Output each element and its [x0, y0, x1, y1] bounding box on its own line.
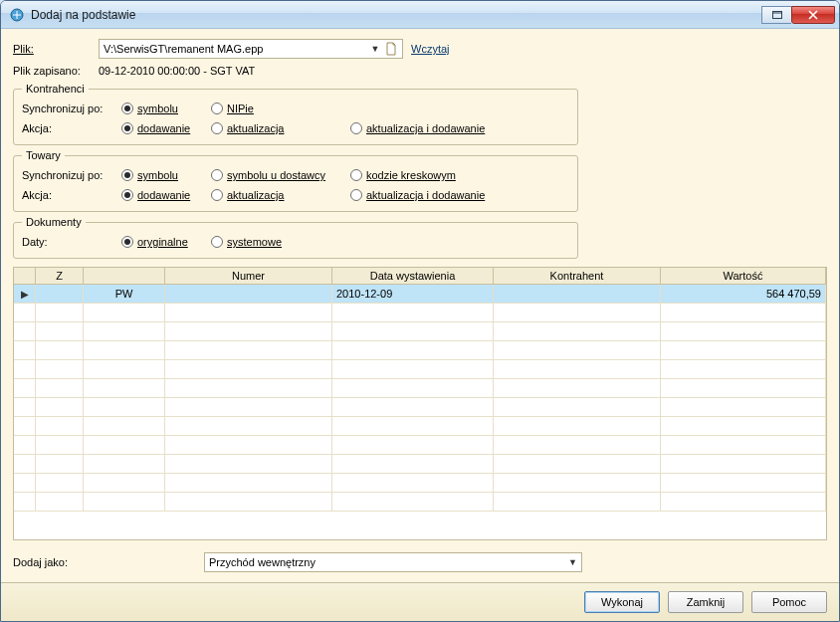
load-link[interactable]: Wczytaj [411, 43, 450, 55]
cell-z [36, 285, 84, 303]
grid-header-data[interactable]: Data wystawienia [332, 268, 494, 284]
close-button[interactable] [791, 6, 835, 24]
chevron-down-icon: ▼ [568, 557, 577, 567]
window-title: Dodaj na podstawie [31, 8, 761, 22]
wykonaj-button[interactable]: Wykonaj [584, 591, 660, 613]
table-row[interactable] [14, 304, 826, 322]
grid-header-typ[interactable] [84, 268, 165, 284]
maximize-button[interactable] [761, 6, 791, 24]
cell-numer [165, 285, 332, 303]
radio-tow-symbdost[interactable] [211, 169, 223, 181]
radio-tow-kodzie[interactable] [350, 169, 362, 181]
dodaj-jako-value: Przychód wewnętrzny [209, 556, 568, 568]
radio-kontr-aktidod[interactable] [350, 122, 362, 134]
radio-tow-aktidod[interactable] [350, 189, 362, 201]
group-towary: Towary Synchronizuj po: symbolu symbolu … [13, 149, 578, 212]
grid-header-z[interactable]: Z [36, 268, 84, 284]
kontrahenci-action-label: Akcja: [22, 122, 121, 134]
table-row[interactable] [14, 474, 826, 493]
dodaj-jako-label: Dodaj jako: [13, 556, 192, 568]
table-row[interactable] [14, 379, 826, 398]
table-row[interactable] [14, 360, 826, 379]
grid-header: Z Numer Data wystawienia Kontrahent Wart… [14, 268, 826, 285]
pomoc-button[interactable]: Pomoc [751, 591, 827, 613]
towary-action-label: Akcja: [22, 189, 121, 201]
table-row[interactable]: ▶ PW 2010-12-09 564 470,59 [14, 285, 826, 304]
radio-tow-aktualizacja[interactable] [211, 189, 223, 201]
file-saved-label: Plik zapisano: [13, 65, 91, 77]
radio-kontr-symbolu[interactable] [121, 103, 133, 114]
grid-header-wartosc[interactable]: Wartość [661, 268, 826, 284]
group-kontrahenci-legend: Kontrahenci [22, 83, 89, 95]
app-icon [9, 7, 25, 23]
cell-wartosc: 564 470,59 [661, 285, 826, 303]
grid-header-numer[interactable]: Numer [165, 268, 332, 284]
data-grid[interactable]: Z Numer Data wystawienia Kontrahent Wart… [13, 267, 827, 540]
group-dokumenty-legend: Dokumenty [22, 216, 86, 228]
group-towary-legend: Towary [22, 149, 65, 161]
document-icon[interactable] [384, 42, 398, 56]
file-saved-value: 09-12-2010 00:00:00 - SGT VAT [99, 65, 255, 77]
titlebar[interactable]: Dodaj na podstawie [1, 1, 839, 29]
cell-typ: PW [84, 285, 165, 303]
dokumenty-daty-label: Daty: [22, 236, 121, 248]
kontrahenci-sync-label: Synchronizuj po: [22, 103, 121, 114]
radio-kontr-aktualizacja[interactable] [211, 122, 223, 134]
dodaj-jako-select[interactable]: Przychód wewnętrzny ▼ [204, 552, 582, 572]
radio-kontr-dodawanie[interactable] [121, 122, 133, 134]
radio-tow-dodawanie[interactable] [121, 189, 133, 201]
radio-dok-systemowe[interactable] [211, 236, 223, 248]
table-row[interactable] [14, 455, 826, 474]
table-row[interactable] [14, 398, 826, 417]
radio-tow-symbolu[interactable] [121, 169, 133, 181]
file-path-combo[interactable]: V:\SerwisGT\remanent MAG.epp ▼ [99, 39, 403, 59]
table-row[interactable] [14, 322, 826, 341]
zamknij-button[interactable]: Zamknij [668, 591, 743, 613]
row-marker-icon: ▶ [14, 285, 36, 303]
grid-header-marker[interactable] [14, 268, 36, 284]
file-label: Plik: [13, 43, 91, 55]
table-row[interactable] [14, 436, 826, 455]
table-row[interactable] [14, 341, 826, 360]
group-dokumenty: Dokumenty Daty: oryginalne systemowe [13, 216, 578, 259]
cell-data: 2010-12-09 [332, 285, 494, 303]
chevron-down-icon: ▼ [368, 44, 382, 54]
button-bar: Wykonaj Zamknij Pomoc [1, 582, 839, 621]
file-path-text: V:\SerwisGT\remanent MAG.epp [104, 43, 368, 55]
table-row[interactable] [14, 417, 826, 436]
radio-kontr-nipie[interactable] [211, 103, 223, 114]
towary-sync-label: Synchronizuj po: [22, 169, 121, 181]
radio-dok-oryginalne[interactable] [121, 236, 133, 248]
grid-header-kontrahent[interactable]: Kontrahent [494, 268, 661, 284]
table-row[interactable] [14, 493, 826, 512]
cell-kontrahent [494, 285, 661, 303]
group-kontrahenci: Kontrahenci Synchronizuj po: symbolu NIP… [13, 83, 578, 145]
